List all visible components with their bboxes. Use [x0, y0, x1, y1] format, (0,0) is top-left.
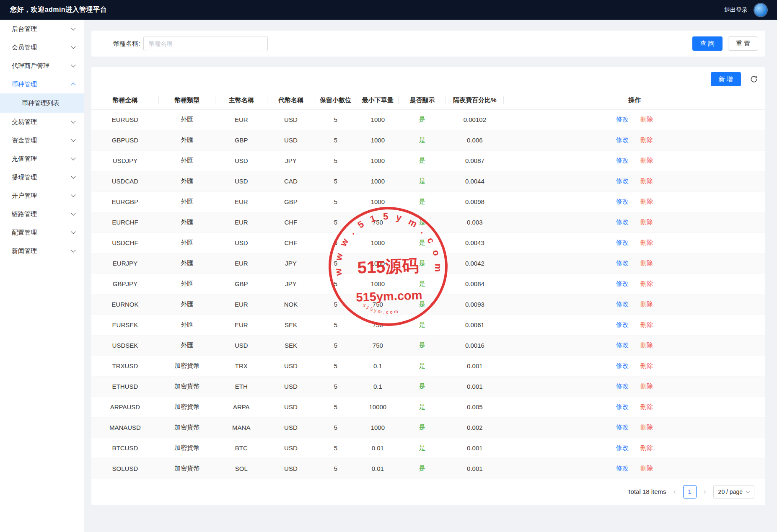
cell-name: BTCUSD: [91, 438, 159, 458]
cell-name: ARPAUSD: [91, 397, 159, 417]
search-panel: 幣種名稱: 查 詢 重 置: [91, 31, 765, 57]
delete-link[interactable]: 刪除: [640, 362, 653, 369]
cell-actions: 修改刪除: [504, 438, 765, 458]
delete-link[interactable]: 刪除: [640, 444, 653, 451]
delete-link[interactable]: 刪除: [640, 116, 653, 123]
delete-link[interactable]: 刪除: [640, 300, 653, 307]
delete-link[interactable]: 刪除: [640, 465, 653, 472]
delete-link[interactable]: 刪除: [640, 341, 653, 349]
sidebar-item-member[interactable]: 会员管理: [0, 38, 84, 57]
edit-link[interactable]: 修改: [616, 465, 629, 472]
delete-link[interactable]: 刪除: [640, 198, 653, 205]
currency-name-input[interactable]: [143, 36, 268, 51]
cell-visible: 是: [399, 191, 446, 212]
edit-link[interactable]: 修改: [616, 239, 629, 246]
sidebar-item-news[interactable]: 新闻管理: [0, 242, 84, 260]
sidebar-item-funds[interactable]: 资金管理: [0, 131, 84, 150]
edit-link[interactable]: 修改: [616, 218, 629, 225]
cell-quote: USD: [267, 397, 315, 417]
edit-link[interactable]: 修改: [616, 424, 629, 431]
table-row: ETHUSD加密貨幣ETHUSD50.1是0.001修改刪除: [91, 376, 765, 397]
cell-min_order: 10000: [357, 397, 399, 417]
sidebar-item-deposit[interactable]: 充值管理: [0, 150, 84, 168]
cell-min_order: 0.1: [357, 356, 399, 376]
cell-name: USDCHF: [91, 232, 159, 253]
sidebar-item-label: 交易管理: [12, 118, 37, 126]
cell-min_order: 1000: [357, 191, 399, 212]
cell-base: USD: [215, 150, 267, 171]
refresh-button[interactable]: [747, 72, 761, 86]
delete-link[interactable]: 刪除: [640, 136, 653, 143]
delete-link[interactable]: 刪除: [640, 321, 653, 328]
chevron-down-icon: [71, 137, 75, 142]
cell-base: BTC: [215, 438, 267, 458]
cell-base: EUR: [215, 109, 267, 130]
table-row: EURCHF外匯EURCHF5750是0.003修改刪除: [91, 212, 765, 232]
delete-link[interactable]: 刪除: [640, 239, 653, 246]
cell-name: EURCHF: [91, 212, 159, 232]
delete-link[interactable]: 刪除: [640, 259, 653, 266]
logout-link[interactable]: 退出登录: [724, 6, 748, 14]
cell-actions: 修改刪除: [504, 212, 765, 232]
next-page-button[interactable]: ›: [701, 487, 709, 496]
delete-link[interactable]: 刪除: [640, 280, 653, 287]
welcome-text: 您好，欢迎admin进入管理平台: [10, 5, 107, 14]
edit-link[interactable]: 修改: [616, 444, 629, 451]
cell-decimals: 5: [314, 397, 357, 417]
delete-link[interactable]: 刪除: [640, 424, 653, 431]
sidebar-item-currency[interactable]: 币种管理: [0, 75, 84, 93]
sidebar-item-link[interactable]: 链路管理: [0, 205, 84, 223]
edit-link[interactable]: 修改: [616, 198, 629, 205]
cell-name: ETHUSD: [91, 376, 159, 397]
column-header: 最小下單量: [357, 91, 399, 109]
sidebar-item-agent[interactable]: 代理商戶管理: [0, 57, 84, 75]
cell-type: 外匯: [159, 294, 215, 315]
edit-link[interactable]: 修改: [616, 136, 629, 143]
table-row: EURGBP外匯EURGBP51000是0.0098修改刪除: [91, 191, 765, 212]
edit-link[interactable]: 修改: [616, 157, 629, 164]
edit-link[interactable]: 修改: [616, 177, 629, 184]
delete-link[interactable]: 刪除: [640, 382, 653, 390]
current-page-button[interactable]: 1: [683, 485, 697, 498]
cell-type: 外匯: [159, 109, 215, 130]
cell-name: GBPUSD: [91, 130, 159, 150]
cell-overnight_fee: 0.001: [446, 438, 504, 458]
sidebar-item-label: 新闻管理: [12, 247, 37, 255]
chevron-down-icon: [746, 489, 750, 493]
cell-visible: 是: [399, 438, 446, 458]
edit-link[interactable]: 修改: [616, 300, 629, 307]
table-body: EURUSD外匯EURUSD51000是0.00102修改刪除GBPUSD外匯G…: [91, 109, 765, 479]
prev-page-button[interactable]: ‹: [671, 487, 679, 496]
cell-visible: 是: [399, 315, 446, 335]
edit-link[interactable]: 修改: [616, 280, 629, 287]
sidebar-item-backend[interactable]: 后台管理: [0, 20, 84, 38]
delete-link[interactable]: 刪除: [640, 177, 653, 184]
sidebar-item-account[interactable]: 开户管理: [0, 186, 84, 205]
sidebar-item-withdraw[interactable]: 提现管理: [0, 168, 84, 186]
edit-link[interactable]: 修改: [616, 341, 629, 349]
page-size-select[interactable]: 20 / page: [713, 485, 754, 498]
edit-link[interactable]: 修改: [616, 321, 629, 328]
user-avatar-icon[interactable]: [754, 4, 767, 16]
cell-base: EUR: [215, 253, 267, 274]
chevron-down-icon: [71, 174, 75, 178]
reset-button[interactable]: 重 置: [728, 36, 758, 51]
edit-link[interactable]: 修改: [616, 362, 629, 369]
edit-link[interactable]: 修改: [616, 403, 629, 410]
delete-link[interactable]: 刪除: [640, 157, 653, 164]
sidebar-item-trade[interactable]: 交易管理: [0, 113, 84, 131]
edit-link[interactable]: 修改: [616, 259, 629, 266]
edit-link[interactable]: 修改: [616, 382, 629, 390]
add-button[interactable]: 新 增: [711, 72, 741, 86]
cell-visible: 是: [399, 294, 446, 315]
delete-link[interactable]: 刪除: [640, 218, 653, 225]
app-root: 您好，欢迎admin进入管理平台 退出登录 后台管理会员管理代理商戶管理币种管理…: [0, 0, 777, 532]
cell-type: 外匯: [159, 130, 215, 150]
sidebar-item-config[interactable]: 配置管理: [0, 223, 84, 242]
sidebar-subitem-currency-list[interactable]: 币种管理列表: [0, 93, 84, 113]
query-button[interactable]: 查 詢: [692, 36, 723, 51]
delete-link[interactable]: 刪除: [640, 403, 653, 410]
cell-base: MANA: [215, 417, 267, 438]
cell-min_order: 1000: [357, 109, 399, 130]
edit-link[interactable]: 修改: [616, 116, 629, 123]
